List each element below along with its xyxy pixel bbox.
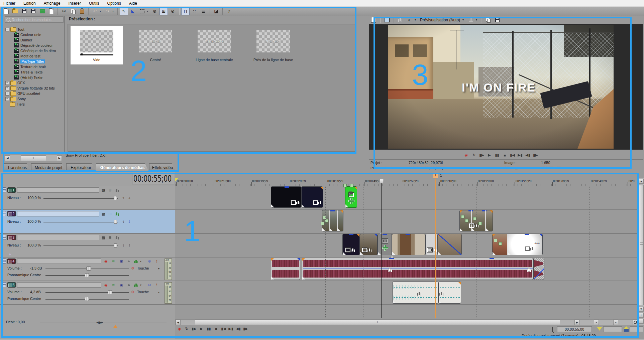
marker-flag[interactable]: 1 [433, 173, 438, 178]
track-eq-icon[interactable]: ≈ [126, 259, 132, 264]
dock-pin-icon[interactable]: ◀ [1, 21, 3, 24]
automation-gear-icon[interactable]: ⚙ [131, 290, 134, 294]
tree-item-couleur-unie[interactable]: Couleur unie [14, 32, 41, 37]
track-minimize-buttons[interactable] [2, 187, 6, 193]
tree-item-damier[interactable]: Damier [14, 37, 32, 43]
play-from-start-icon[interactable]: ▮▶ [479, 153, 485, 158]
tree-item-generique[interactable]: Générique de fin déro [14, 48, 64, 53]
track-color-icon[interactable]: 3 [7, 235, 16, 240]
paint-events-icon[interactable]: ◪ [212, 7, 220, 15]
preset-vide[interactable]: Vide [71, 26, 123, 64]
level-slider-handle[interactable] [114, 220, 117, 224]
automation-dropdown-icon[interactable]: ▾ [157, 290, 160, 295]
timeline-event-clip[interactable] [392, 234, 425, 255]
scroll-up-icon[interactable]: ▲ [639, 179, 644, 184]
track-color-icon[interactable]: 2 [7, 211, 16, 216]
timeline-hscrollbar[interactable]: ◀ ⦀ ▶ + − [175, 319, 638, 325]
save-icon[interactable] [20, 7, 28, 15]
menu-inserer[interactable]: Insérer [69, 1, 81, 6]
expand-icon[interactable]: + [5, 97, 9, 101]
tree-item-protype-titler[interactable]: ProType Titler [14, 59, 45, 64]
volume-envelope-line[interactable] [303, 269, 533, 269]
tree-item-motif-test[interactable]: Motif de test [14, 53, 40, 59]
scroll-left-icon[interactable]: ◀ [176, 320, 181, 325]
make-composite-child-icon[interactable]: ⇧ [120, 243, 126, 248]
split-screen-icon[interactable] [396, 16, 404, 24]
tab-explorateur[interactable]: Explorateur [66, 163, 96, 171]
track-eq-icon[interactable]: ≈ [126, 282, 132, 288]
bypass-motion-blur-icon[interactable]: ▩ [100, 235, 106, 240]
keyframe-diamond-icon[interactable]: ◆ [9, 252, 11, 256]
project-properties-icon[interactable] [369, 16, 378, 24]
normal-edit-tool-icon[interactable]: ↖ [120, 7, 128, 15]
undo-icon[interactable]: ↶ [91, 7, 99, 15]
play-icon[interactable]: ▶ [487, 153, 492, 158]
go-to-end-icon[interactable]: ▶▮ [517, 153, 523, 158]
next-frame-icon[interactable]: ▮▶ [243, 326, 248, 331]
zoom-edit-tool-icon[interactable]: ⊕ [150, 7, 159, 15]
make-composite-parent-icon[interactable]: ⇩ [126, 195, 132, 201]
event-pan-crop-icon[interactable] [469, 223, 474, 228]
zoom-out-time-icon[interactable]: − [613, 320, 618, 325]
tree-scrollbar[interactable]: ◀ ⦀ ▶ [5, 155, 62, 161]
track-header-5[interactable]: 5 ◉ ≋ ▣ ≈ ▾ ⊘ ! Volume : 4,2 dB ⚙ Touche… [0, 281, 175, 304]
grid-dropdown-icon[interactable]: ▾ [476, 18, 479, 21]
expand-icon[interactable]: + [5, 92, 9, 96]
event-pan-crop-icon[interactable] [291, 200, 296, 205]
tab-effets-video[interactable]: Effets vidéo [149, 163, 176, 171]
audio-event-clip[interactable] [302, 258, 533, 280]
track-motion-icon[interactable]: ⊞ [107, 187, 113, 193]
frame-quantize-icon[interactable]: ≣ [199, 7, 208, 15]
event-fx-icon[interactable] [369, 248, 370, 251]
track-header-3[interactable]: 3 ▩ ⊞ Niveau : 100,0 % ⇧ ⇩ ◆ [0, 234, 175, 257]
undo-dropdown-icon[interactable]: ▾ [100, 10, 103, 13]
preset-pres-ligne-base[interactable]: Near Baseli Près de la ligne de base [247, 26, 299, 64]
invert-phase-icon[interactable]: ▣ [118, 259, 124, 264]
menu-fichier[interactable]: Fichier [3, 1, 15, 6]
grid-quantize-icon[interactable]: ∷ [190, 7, 199, 15]
mode-dropdown-icon[interactable]: ▾ [462, 18, 465, 21]
timeline-event-clip[interactable] [360, 234, 378, 255]
tool-dropdown-icon[interactable]: ▾ [147, 10, 150, 13]
tree-item-degrade[interactable]: Dégradé de couleur [14, 43, 53, 48]
fx-dropdown-icon[interactable]: ▾ [139, 259, 142, 264]
make-composite-child-icon[interactable]: ⇧ [120, 195, 126, 201]
tab-generateurs-de-medias[interactable]: Générateurs de médias [96, 163, 149, 171]
make-composite-child-icon[interactable]: ⇧ [120, 219, 126, 224]
track-minimize-buttons[interactable] [2, 211, 6, 217]
dock-grip[interactable]: × ◀ [0, 16, 4, 154]
tab-transitions[interactable]: Transitions [3, 163, 31, 171]
scroll-right-icon[interactable]: ▶ [574, 320, 579, 325]
track-header-1[interactable]: 1 ▩ ⊞ Niveau : 100,0 % ⇧ ⇩ [0, 186, 175, 209]
menu-affichage[interactable]: Affichage [44, 1, 61, 6]
track-name-input[interactable] [17, 282, 101, 288]
scroll-right-icon[interactable]: ▶ [57, 155, 62, 161]
event-fx-icon[interactable] [320, 201, 321, 204]
input-monitor-icon[interactable]: ≋ [110, 282, 116, 288]
level-slider-handle[interactable] [114, 196, 117, 200]
vertical-zoom-in-icon[interactable]: + [639, 313, 644, 318]
event-track-motion-icon[interactable] [382, 245, 388, 250]
track-name-input[interactable] [17, 211, 99, 216]
bypass-motion-blur-icon[interactable]: ▩ [100, 187, 106, 193]
track-fx-icon[interactable] [114, 211, 120, 216]
vertical-zoom-out-icon[interactable]: − [639, 319, 644, 324]
event-pan-crop-icon[interactable] [349, 193, 354, 197]
track-header-2[interactable]: 2 ▩ ⊞ Niveau : 100,0 % ⇧ ⇩ ◆ [0, 210, 175, 233]
volume-slider[interactable] [45, 292, 129, 293]
record-icon[interactable]: ◉ [177, 326, 182, 331]
keyframe-diamond-icon[interactable]: ◆ [9, 229, 11, 232]
tree-item-herite-texte[interactable]: (Hérité) Texte [14, 75, 42, 80]
quality-dropdown-icon[interactable]: ▾ [415, 18, 418, 21]
preview-quality-icon[interactable]: ◐ [405, 16, 414, 24]
track-motion-icon[interactable]: ⊞ [107, 211, 113, 216]
redo-icon[interactable]: ↷ [103, 7, 112, 15]
save-as-icon[interactable] [29, 7, 37, 15]
solo-icon[interactable]: ! [154, 259, 160, 264]
level-slider[interactable] [43, 198, 118, 199]
level-slider[interactable] [43, 222, 118, 222]
tree-item-sony[interactable]: +Sony [5, 96, 26, 102]
expand-icon[interactable]: + [5, 81, 9, 85]
zoom-tool-icon[interactable] [633, 320, 638, 325]
event-pan-crop-icon[interactable] [427, 248, 432, 252]
